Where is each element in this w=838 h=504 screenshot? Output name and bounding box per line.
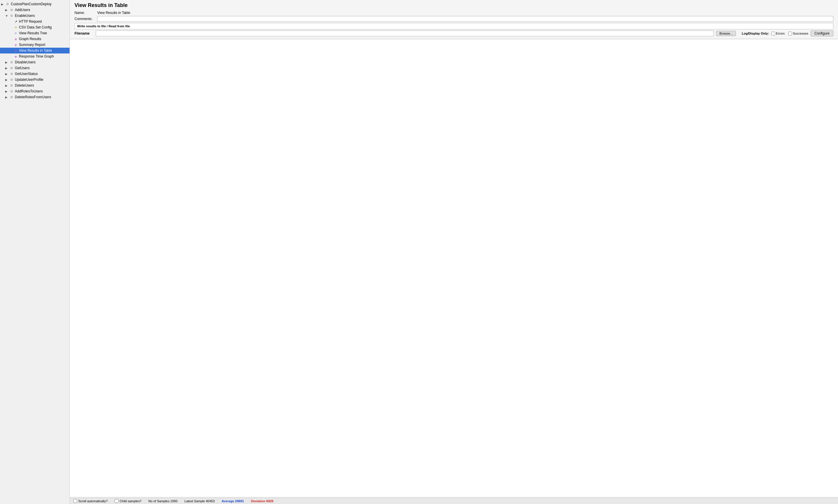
- sidebar-item-label-deleteusers: DeleteUsers: [15, 84, 34, 88]
- sidebar-item-label-getuserstatus: GetUserStatus: [15, 72, 38, 76]
- item-icon-deleterolesfromusers: ⚙: [9, 95, 14, 100]
- item-icon-updateuserprofile: ⚙: [9, 77, 14, 82]
- toggle-icon-disableusers: ▶: [5, 61, 9, 64]
- file-section: Write results to file / Read from file: [74, 23, 833, 29]
- sidebar-item-custos[interactable]: ▶⚙CustosPlanCustomDeploy: [0, 1, 70, 7]
- sidebar-item-viewresultstree[interactable]: ≡View Results Tree: [0, 30, 70, 36]
- sidebar-item-updateuserprofile[interactable]: ▶⚙UpdateUserProfile: [0, 77, 70, 83]
- item-icon-disableusers: ⚙: [9, 60, 14, 65]
- sidebar-item-label-viewresultstable: View Results in Table: [19, 49, 52, 53]
- scroll-auto-checkbox[interactable]: [73, 499, 77, 503]
- comments-input[interactable]: [97, 16, 833, 22]
- item-icon-httprequest: ↗: [13, 19, 18, 24]
- item-icon-custos: ⚙: [5, 2, 10, 6]
- footer-bar: Scroll automatically? Child samples? No …: [70, 498, 838, 504]
- errors-checkbox[interactable]: [771, 32, 775, 35]
- sidebar-item-deleteusers[interactable]: ▶⚙DeleteUsers: [0, 83, 70, 88]
- item-icon-enableusers: ⚙: [9, 13, 14, 18]
- toggle-icon-getuserstatus: ▶: [5, 72, 9, 76]
- item-icon-addrolestousers: ⚙: [9, 89, 14, 94]
- sidebar-item-graphresults[interactable]: ◈Graph Results: [0, 36, 70, 42]
- sidebar-item-summaryreport[interactable]: ◈Summary Report: [0, 42, 70, 48]
- sidebar-item-csvdataset[interactable]: ✕CSV Data Set Config: [0, 24, 70, 30]
- item-icon-summaryreport: ◈: [13, 42, 18, 47]
- sidebar-item-viewresultstable[interactable]: ◈View Results in Table: [0, 48, 70, 53]
- sidebar-item-label-disableusers: DisableUsers: [15, 60, 35, 64]
- name-label: Name:: [74, 11, 95, 15]
- sidebar-item-enableusers[interactable]: ▼⚙EnableUsers: [0, 13, 70, 19]
- item-icon-addusers: ⚙: [9, 7, 14, 12]
- scroll-auto-label[interactable]: Scroll automatically?: [73, 499, 108, 503]
- sidebar: ▶⚙CustosPlanCustomDeploy▶⚙AddUsers▼⚙Enab…: [0, 0, 70, 504]
- item-icon-csvdataset: ✕: [13, 25, 18, 30]
- item-icon-deleteusers: ⚙: [9, 83, 14, 88]
- sidebar-item-getuserstatus[interactable]: ▶⚙GetUserStatus: [0, 71, 70, 77]
- sidebar-item-label-summaryreport: Summary Report: [19, 43, 46, 47]
- latest-sample-stat: Latest Sample 40453: [185, 499, 215, 503]
- sidebar-item-responsetimegraph[interactable]: ◈Response Time Graph: [0, 53, 70, 59]
- successes-checkbox[interactable]: [788, 32, 792, 35]
- toggle-icon-addusers: ▶: [5, 8, 9, 12]
- sidebar-item-label-custos: CustosPlanCustomDeploy: [11, 2, 51, 6]
- sidebar-item-label-httprequest: HTTP Request: [19, 19, 42, 23]
- name-value: View Results in Table: [97, 11, 130, 15]
- item-icon-viewresultstree: ≡: [13, 31, 18, 35]
- results-table-container: [70, 40, 838, 497]
- sidebar-item-label-enableusers: EnableUsers: [15, 14, 35, 18]
- child-samples-checkbox[interactable]: [115, 499, 118, 503]
- successes-checkbox-label[interactable]: Successes: [788, 32, 808, 35]
- filename-label: Filename: [74, 31, 93, 35]
- toggle-icon-updateuserprofile: ▶: [5, 78, 9, 82]
- sidebar-item-label-responsetimegraph: Response Time Graph: [19, 54, 54, 58]
- item-icon-viewresultstable: ◈: [13, 48, 18, 53]
- log-display-label: Log/Display Only:: [742, 32, 769, 35]
- child-samples-label[interactable]: Child samples?: [115, 499, 141, 503]
- sidebar-item-label-updateuserprofile: UpdateUserProfile: [15, 78, 44, 82]
- configure-button[interactable]: Configure: [811, 31, 833, 36]
- sidebar-item-label-addrolestousers: AddRolesToUsers: [15, 89, 43, 93]
- toggle-icon-deleteusers: ▶: [5, 84, 9, 87]
- page-title: View Results in Table: [74, 2, 833, 8]
- sidebar-item-label-graphresults: Graph Results: [19, 37, 41, 41]
- file-section-label: Write results to file / Read from file: [77, 24, 130, 28]
- item-icon-getuserstatus: ⚙: [9, 72, 14, 76]
- toggle-icon-addrolestousers: ▶: [5, 90, 9, 93]
- log-display-options: Errors Successes: [771, 32, 808, 35]
- sidebar-item-label-deleterolesfromusers: DeleteRolesFromUsers: [15, 95, 51, 99]
- average-stat: Average 28891: [222, 499, 244, 503]
- sidebar-item-disableusers[interactable]: ▶⚙DisableUsers: [0, 59, 70, 65]
- errors-checkbox-label[interactable]: Errors: [771, 32, 785, 35]
- sidebar-item-getusers[interactable]: ▶⚙GetUsers: [0, 65, 70, 71]
- toggle-icon-custos: ▶: [1, 3, 5, 6]
- item-icon-getusers: ⚙: [9, 66, 14, 70]
- main-content: View Results in Table Name: View Results…: [70, 0, 838, 504]
- item-icon-graphresults: ◈: [13, 37, 18, 41]
- sidebar-item-addrolestousers[interactable]: ▶⚙AddRolesToUsers: [0, 88, 70, 94]
- deviation-stat: Deviation 6929: [251, 499, 273, 503]
- sidebar-item-label-getusers: GetUsers: [15, 66, 30, 70]
- sidebar-item-addusers[interactable]: ▶⚙AddUsers: [0, 7, 70, 13]
- filename-input[interactable]: [96, 31, 714, 36]
- comments-label: Comments:: [74, 17, 95, 21]
- sidebar-item-deleterolesfromusers[interactable]: ▶⚙DeleteRolesFromUsers: [0, 94, 70, 100]
- no-of-samples-stat: No of Samples 1000: [149, 499, 177, 503]
- toggle-icon-enableusers: ▼: [5, 14, 9, 17]
- toggle-icon-deleterolesfromusers: ▶: [5, 96, 9, 99]
- sidebar-item-label-csvdataset: CSV Data Set Config: [19, 25, 52, 29]
- sidebar-item-httprequest[interactable]: ↗HTTP Request: [0, 19, 70, 24]
- header-panel: View Results in Table Name: View Results…: [70, 0, 838, 39]
- browse-button[interactable]: Browse...: [716, 31, 736, 36]
- item-icon-responsetimegraph: ◈: [13, 54, 18, 59]
- sidebar-item-label-addusers: AddUsers: [15, 8, 30, 12]
- toggle-icon-getusers: ▶: [5, 67, 9, 70]
- sidebar-item-label-viewresultstree: View Results Tree: [19, 31, 47, 35]
